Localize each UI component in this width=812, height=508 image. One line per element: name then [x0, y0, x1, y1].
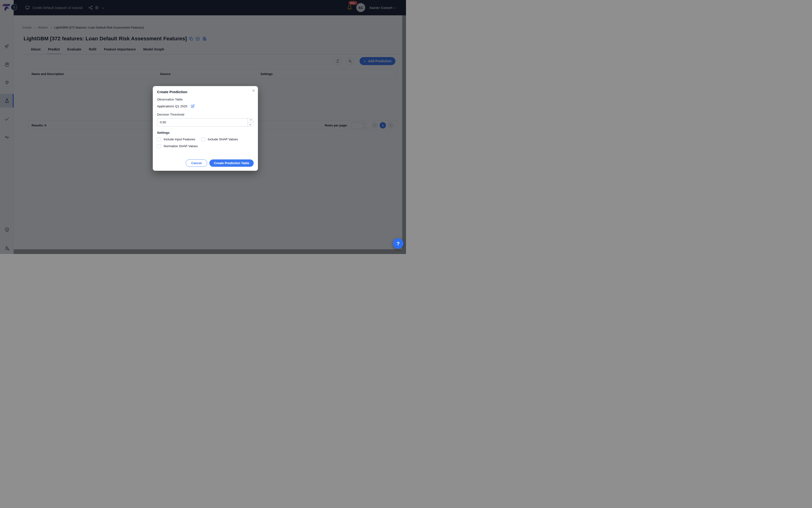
decision-threshold-label: Decision Threshold [157, 113, 254, 116]
include-shap-values-option[interactable]: Include SHAP Values [201, 137, 238, 141]
stepper-increment-button[interactable] [248, 118, 254, 122]
observation-table-value: Applications Q1 2025 [157, 104, 187, 108]
close-icon[interactable]: × [252, 88, 255, 93]
observation-table-label: Observation Table [157, 98, 254, 101]
stepper-decrement-button[interactable] [248, 122, 254, 126]
include-input-features-checkbox[interactable] [157, 137, 161, 141]
normalize-shap-values-checkbox[interactable] [157, 144, 161, 148]
normalize-shap-values-option[interactable]: Normalize SHAP Values [157, 144, 198, 148]
checkbox-label: Include Input Features [164, 137, 195, 141]
edit-pencil-icon[interactable] [190, 104, 195, 108]
settings-section-label: Settings [157, 131, 254, 134]
include-shap-values-checkbox[interactable] [201, 137, 205, 141]
create-prediction-modal: Create Prediction × Observation Table Ap… [153, 86, 258, 171]
cancel-button[interactable]: Cancel [186, 160, 207, 167]
include-input-features-option[interactable]: Include Input Features [157, 137, 195, 141]
modal-title: Create Prediction [157, 90, 254, 94]
decision-threshold-input[interactable] [157, 118, 247, 126]
checkbox-label: Include SHAP Values [208, 137, 238, 141]
create-prediction-table-button[interactable]: Create Prediction Table [209, 160, 254, 167]
app-screen: Credit Default Dataset UI tutorial 999+ … [0, 0, 406, 254]
checkbox-label: Normalize SHAP Values [164, 144, 198, 148]
decision-threshold-stepper [157, 118, 254, 126]
help-button[interactable]: ? [393, 238, 403, 249]
